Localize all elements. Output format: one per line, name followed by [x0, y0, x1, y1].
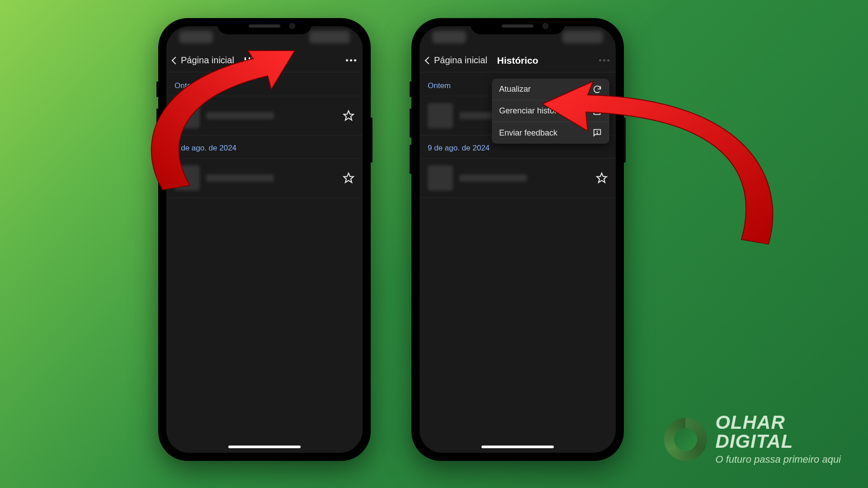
history-row[interactable] — [166, 158, 363, 198]
brand-ring-icon — [664, 418, 707, 461]
svg-point-5 — [597, 133, 597, 134]
row-text-blur — [206, 112, 274, 119]
menu-label: Atualizar — [499, 84, 531, 94]
status-right-blur — [309, 31, 350, 43]
app-header: Página inicial Histórico — [420, 49, 616, 72]
chevron-left-icon — [172, 56, 179, 64]
thumbnail-blur — [428, 165, 453, 191]
svg-marker-1 — [344, 173, 354, 183]
status-left-blur — [432, 31, 466, 43]
back-button[interactable]: Página inicial — [426, 55, 487, 66]
history-list: Ontem 9 de ago. de 2024 — [166, 72, 363, 198]
back-label: Página inicial — [434, 55, 487, 66]
star-icon[interactable] — [596, 172, 608, 184]
section-yesterday: Ontem — [166, 72, 363, 96]
menu-label: Gerenciar histórico — [499, 106, 567, 116]
menu-label: Enviar feedback — [499, 128, 557, 138]
more-options-button[interactable] — [599, 59, 609, 61]
brand-name-line1: OLHAR — [715, 413, 841, 432]
chevron-left-icon — [425, 56, 433, 64]
star-icon[interactable] — [343, 110, 354, 122]
status-left-blur — [179, 31, 213, 43]
refresh-icon — [592, 84, 602, 94]
menu-item-send-feedback[interactable]: Enviar feedback — [492, 122, 609, 144]
page-title: Histórico — [244, 55, 285, 66]
phone-frame-right: Página inicial Histórico Ontem 9 de ago.… — [411, 18, 624, 461]
thumbnail-blur — [428, 103, 453, 128]
page-title: Histórico — [497, 55, 538, 66]
feedback-icon — [592, 128, 602, 138]
brand-name-line2: DIGITAL — [715, 432, 841, 451]
screen-left: Página inicial Histórico Ontem 9 de ago.… — [166, 26, 363, 453]
row-text-blur — [206, 174, 274, 182]
phone-frame-left: Página inicial Histórico Ontem 9 de ago.… — [158, 18, 371, 461]
svg-marker-0 — [344, 111, 354, 120]
brand-tagline: O futuro passa primeiro aqui — [715, 454, 841, 465]
app-header: Página inicial Histórico — [166, 49, 363, 72]
menu-item-manage-history[interactable]: Gerenciar histórico — [492, 100, 609, 122]
history-row[interactable] — [166, 96, 363, 136]
status-right-blur — [562, 31, 603, 43]
brand-logo: OLHAR DIGITAL O futuro passa primeiro aq… — [664, 413, 841, 465]
home-indicator[interactable] — [228, 446, 301, 448]
menu-item-refresh[interactable]: Atualizar — [492, 79, 609, 100]
home-indicator[interactable] — [481, 446, 554, 448]
thumbnail-blur — [175, 165, 200, 191]
history-row[interactable] — [420, 158, 616, 198]
back-label: Página inicial — [181, 55, 234, 66]
overflow-menu: Atualizar Gerenciar histórico Enviar fee… — [492, 79, 609, 144]
back-button[interactable]: Página inicial — [173, 55, 234, 66]
row-text-blur — [459, 174, 527, 182]
more-options-button[interactable] — [346, 59, 356, 61]
svg-marker-3 — [597, 173, 607, 183]
screen-right: Página inicial Histórico Ontem 9 de ago.… — [420, 26, 616, 453]
section-date: 9 de ago. de 2024 — [166, 136, 363, 158]
thumbnail-blur — [175, 103, 200, 128]
star-icon[interactable] — [343, 172, 354, 184]
open-external-icon — [592, 106, 602, 116]
phone-mockups: Página inicial Histórico Ontem 9 de ago.… — [158, 18, 624, 461]
